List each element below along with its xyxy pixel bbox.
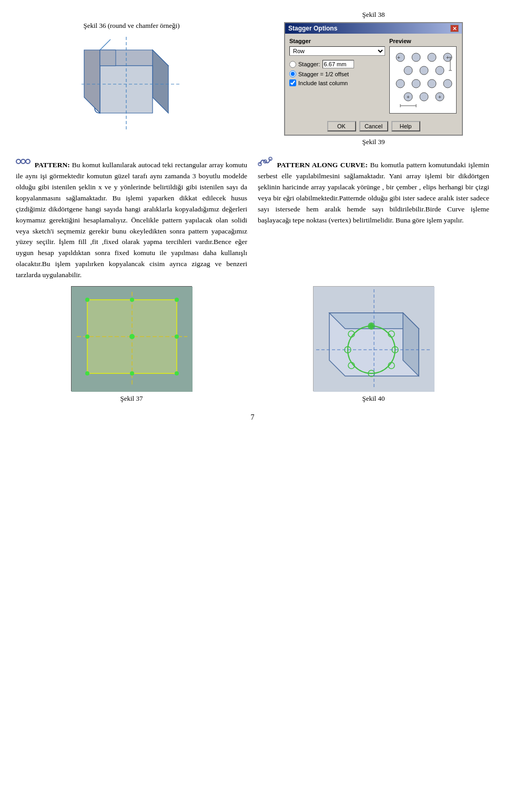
- svg-point-9: [412, 53, 420, 62]
- svg-point-17: [428, 79, 436, 88]
- dialog-radio1-label: Stagger:: [298, 61, 320, 67]
- preview-svg: + + + +: [390, 47, 457, 114]
- svg-point-49: [85, 334, 89, 339]
- dialog-close-button[interactable]: ✕: [450, 25, 459, 32]
- fig38-caption: Şekil 38: [362, 11, 385, 19]
- svg-point-48: [129, 334, 135, 339]
- left-text-block: PATTERN: Bu komut kullanılarak autocad t…: [16, 156, 247, 281]
- dialog-checkbox-label: Include last column: [298, 80, 348, 86]
- fig40-model: [313, 286, 434, 391]
- pattern-curve-icon: [258, 156, 272, 167]
- chain-icon-svg: [16, 156, 31, 167]
- dialog-left-panel: Stagger Row Stagger: Stagger = 1/2 offse…: [289, 38, 385, 114]
- sketch-svg: [72, 287, 193, 392]
- svg-point-45: [175, 298, 179, 302]
- svg-text:+: +: [397, 55, 400, 60]
- svg-point-47: [175, 371, 179, 375]
- text-left-body: Bu komut kullanılarak autocad teki recta…: [16, 161, 247, 279]
- dialog-cancel-button[interactable]: Cancel: [359, 121, 388, 131]
- svg-point-52: [130, 371, 134, 375]
- dialog-preview-box: + + + +: [389, 46, 457, 114]
- dialog-stagger-label: Stagger: [289, 38, 385, 44]
- text-right-heading: PATTERN ALONG CURVE:: [277, 161, 368, 169]
- dialog-radio1[interactable]: [289, 61, 296, 68]
- svg-point-13: [420, 66, 428, 75]
- page-number: 7: [16, 413, 489, 422]
- chain-curve-icon-svg: [258, 156, 272, 167]
- fig36-image: [79, 34, 184, 139]
- svg-marker-4: [100, 50, 116, 66]
- fig40-caption: Şekil 40: [362, 394, 385, 403]
- text-left-heading: PATTERN:: [35, 161, 70, 169]
- svg-point-32: [16, 159, 21, 164]
- svg-point-46: [85, 371, 89, 375]
- dialog-radio2[interactable]: [289, 70, 296, 77]
- svg-point-44: [85, 298, 89, 302]
- svg-point-18: [443, 79, 452, 88]
- svg-point-12: [404, 66, 412, 75]
- dialog-radio2-row: Stagger = 1/2 offset: [289, 70, 385, 77]
- svg-point-51: [130, 298, 134, 302]
- dialog-help-button[interactable]: Help: [391, 121, 420, 131]
- dialog-preview-label: Preview: [389, 38, 458, 44]
- fig37-sketch: [71, 286, 192, 391]
- dialog-checkbox-row: Include last column: [289, 79, 385, 86]
- dialog-stagger-input[interactable]: [322, 60, 354, 68]
- dialog-include-last-checkbox[interactable]: [289, 79, 296, 86]
- svg-marker-1: [153, 50, 168, 113]
- svg-text:+: +: [407, 94, 410, 100]
- dialog-radio1-row: Stagger:: [289, 60, 385, 68]
- svg-text:+: +: [438, 94, 441, 100]
- figure-40-area: Şekil 40: [258, 286, 489, 403]
- svg-point-10: [428, 53, 436, 62]
- figure-38-area: Şekil 38 Stagger Options ✕ Stagger Row S…: [258, 11, 489, 150]
- figure-37-area: Şekil 37: [16, 286, 247, 403]
- stagger-options-dialog: Stagger Options ✕ Stagger Row Stagger:: [284, 22, 463, 136]
- svg-point-20: [420, 93, 428, 101]
- svg-point-14: [436, 66, 444, 75]
- svg-point-33: [21, 159, 25, 164]
- model3d-svg: [314, 287, 435, 392]
- text-right-body: Bu komutla pattern komutundaki işlemin s…: [258, 161, 489, 224]
- svg-point-16: [412, 79, 420, 88]
- dialog-title: Stagger Options: [288, 25, 337, 32]
- svg-point-50: [175, 334, 179, 339]
- fig36-caption: Şekil 36 (round ve chamfer örneği): [83, 22, 179, 30]
- figure-36-area: Şekil 36 (round ve chamfer örneği): [16, 11, 247, 150]
- svg-point-66: [369, 323, 374, 329]
- svg-line-7: [100, 39, 110, 50]
- svg-point-34: [26, 159, 30, 164]
- svg-marker-3: [84, 50, 100, 113]
- pattern-icon: [16, 156, 31, 167]
- dialog-button-row: OK Cancel Help: [285, 118, 462, 135]
- right-text-block: PATTERN ALONG CURVE: Bu komutla pattern …: [258, 156, 489, 281]
- dialog-ok-button[interactable]: OK: [327, 121, 356, 131]
- fig39-caption: Şekil 39: [362, 138, 385, 146]
- dialog-row-dropdown[interactable]: Row: [289, 46, 385, 56]
- fig37-caption: Şekil 37: [120, 394, 143, 403]
- dialog-right-panel: Preview: [389, 38, 458, 114]
- dialog-radio2-label: Stagger = 1/2 offset: [298, 71, 349, 77]
- dialog-titlebar: Stagger Options ✕: [285, 23, 462, 34]
- svg-point-15: [396, 79, 405, 88]
